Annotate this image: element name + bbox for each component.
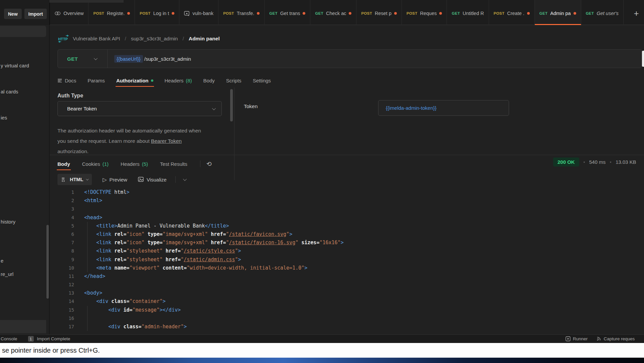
send-button-edge[interactable] — [642, 51, 644, 67]
request-tab[interactable]: POSTCreate . — [489, 0, 535, 25]
sidebar-item[interactable]: al cards — [1, 89, 18, 94]
add-tab-button[interactable]: + — [629, 0, 644, 25]
meta-separator-dot — [610, 161, 611, 163]
sidebar-item[interactable]: y virtual card — [1, 63, 29, 68]
sidebar-item[interactable]: ies — [1, 115, 7, 120]
request-tab[interactable]: POSTReques — [402, 0, 447, 25]
tab-label: Cookies — [82, 161, 100, 167]
response-tab-body[interactable]: Body — [57, 157, 70, 170]
code-token: > — [341, 240, 344, 246]
response-body-toolbar: HTML ▷ Preview Visualize — [57, 173, 186, 186]
unsaved-dot — [257, 12, 260, 15]
method-label: GET — [539, 11, 548, 15]
chevron-down-icon[interactable] — [94, 56, 98, 60]
indent-guide — [87, 239, 88, 247]
code-token: " — [181, 257, 184, 263]
request-tab[interactable]: GETCheck ac — [310, 0, 356, 25]
tab-label: Headers — [121, 161, 140, 167]
request-tab[interactable]: POSTTransfe. — [218, 0, 265, 25]
bearer-token-link[interactable]: Bearer Token — [151, 138, 182, 144]
code-token: "icon" — [126, 240, 144, 246]
url-input[interactable]: {{baseUrl}} /sup3r_s3cr3t_admin — [114, 55, 191, 63]
breadcrumb-folder[interactable]: sup3r_s3cr3t_admin — [131, 36, 178, 42]
request-tab[interactable]: POSTRegiste. — [89, 0, 135, 25]
tab-body[interactable]: Body — [203, 74, 215, 87]
runner-button[interactable]: Runner — [566, 336, 588, 341]
auth-pane-scrollbar[interactable] — [230, 89, 233, 121]
method-selector-value[interactable]: GET — [58, 56, 78, 62]
tab-authorization[interactable]: Authorization — [116, 74, 153, 87]
format-dropdown[interactable]: HTML — [57, 174, 92, 185]
capture-requests-button[interactable]: Capture reques — [596, 336, 635, 341]
indent-guide — [87, 256, 88, 264]
response-history-icon[interactable]: ⟲ — [206, 160, 212, 168]
visualize-button[interactable]: Visualize — [138, 177, 167, 183]
code-token: href= — [163, 257, 181, 263]
auth-type-value: Bearer Token — [67, 106, 97, 111]
code-token: "width=device-width, initial-scale=1.0" — [187, 265, 304, 271]
line-number: 1 — [50, 188, 74, 197]
code-token: <div — [108, 307, 120, 313]
new-button[interactable]: New — [4, 9, 22, 19]
request-tab[interactable]: POSTLog in t — [135, 0, 179, 25]
sidebar-item[interactable]: e — [1, 258, 3, 264]
code-text: <head> — [84, 214, 102, 222]
token-input[interactable]: {{imelda-admin-token}} — [378, 100, 509, 116]
code-token: </div> — [163, 307, 181, 313]
preview-button[interactable]: ▷ Preview — [103, 176, 127, 183]
environment-variable-chip[interactable]: {{baseUrl}} — [114, 55, 143, 63]
code-text: <html> — [84, 197, 102, 205]
status-badge[interactable]: 200 OK — [553, 157, 579, 166]
tab-scripts[interactable]: Scripts — [226, 74, 241, 87]
code-token: > — [238, 257, 241, 263]
response-tab-headers[interactable]: Headers(5) — [121, 157, 148, 170]
code-token: " — [286, 231, 289, 237]
request-tab[interactable]: Overview — [50, 0, 89, 25]
code-token: rel= — [111, 257, 126, 263]
code-line: 12 — [50, 281, 644, 289]
code-token: class= — [120, 324, 141, 330]
auth-type-dropdown[interactable]: Bearer Token — [57, 101, 222, 116]
response-body-code[interactable]: 1<!DOCTYPE html>2<html>34<head>5 <title>… — [50, 188, 644, 334]
tab-docs[interactable]: Docs — [57, 74, 76, 87]
breadcrumb-request-name[interactable]: Admin panel — [189, 36, 220, 42]
sidebar-highlight-row[interactable] — [0, 320, 46, 333]
sidebar-item[interactable]: re_url — [1, 271, 13, 277]
console-button[interactable]: Console — [1, 336, 17, 341]
tab-params[interactable]: Params — [88, 74, 105, 87]
response-section-tabs: BodyCookies(1)Headers(5)Test Results⟲ — [57, 158, 212, 169]
request-pane: HTTP Vulnerable Bank API / sup3r_s3cr3t_… — [50, 25, 644, 334]
sidebar-selected-row[interactable] — [0, 26, 46, 37]
request-tab[interactable]: vuln-bank — [179, 0, 218, 25]
request-tab[interactable]: GETGet trans — [265, 0, 310, 25]
sidebar-scrollbar[interactable] — [46, 225, 49, 299]
request-tab[interactable]: GETUntitled R — [447, 0, 489, 25]
tab-settings[interactable]: Settings — [253, 74, 271, 87]
tab-headers[interactable]: Headers(8) — [165, 74, 192, 87]
response-tab-testresults[interactable]: Test Results — [160, 157, 187, 170]
request-tab[interactable]: POSTReset p — [356, 0, 402, 25]
line-number: 13 — [50, 289, 74, 297]
import-button[interactable]: Import — [24, 9, 47, 19]
code-token: > — [238, 248, 241, 254]
tab-label: Registe. — [107, 11, 125, 16]
chevron-down-icon[interactable] — [183, 177, 186, 181]
tab-label: Admin pa — [550, 11, 571, 16]
open-request-tabs: OverviewPOSTRegiste.POSTLog in tvuln-ban… — [49, 0, 629, 25]
workspace-actions: New Import — [0, 0, 49, 25]
token-value: {{imelda-admin-token}} — [386, 105, 437, 111]
unsaved-dot — [574, 12, 576, 15]
sidebar-item[interactable]: history — [1, 219, 15, 225]
response-tab-cookies[interactable]: Cookies(1) — [82, 157, 109, 170]
request-tab[interactable]: GETGet user's — [581, 0, 624, 25]
postman-app: New Import OverviewPOSTRegiste.POSTLog i… — [0, 0, 644, 363]
code-token — [84, 248, 96, 254]
response-time: 540 ms — [589, 159, 606, 165]
code-token: "container" — [129, 298, 162, 304]
code-token: rel= — [111, 240, 126, 246]
format-value: HTML — [70, 177, 83, 182]
code-line: 8 <link rel="stylesheet" href="/static/s… — [50, 247, 644, 255]
svg-text:HTTP: HTTP — [58, 37, 68, 41]
breadcrumb-collection[interactable]: Vulnerable Bank API — [73, 36, 120, 42]
request-tab[interactable]: GETAdmin pa — [535, 0, 581, 25]
